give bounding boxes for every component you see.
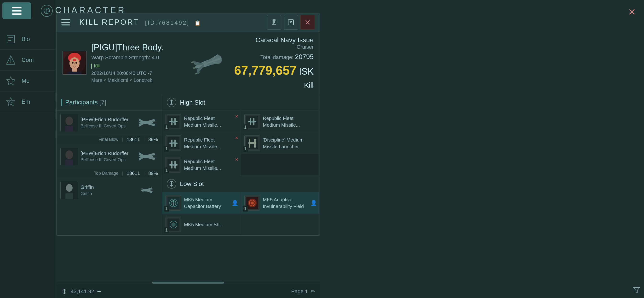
svg-point-12 [10,100,12,103]
svg-line-69 [142,188,144,189]
participant-3-ship: Griffin [80,191,131,196]
panel-menu-button[interactable] [61,16,74,29]
slot-item-4: 1 'Discipline' MediumMissile Launcher [241,132,320,154]
participant-2-stats: Top Damage | 18611 | 89% [56,169,162,178]
svg-rect-14 [273,20,275,21]
slot-2-name: Republic FleetMedium Missile... [263,115,316,128]
svg-rect-82 [253,118,254,125]
sidebar-menu-button[interactable] [2,3,31,19]
participants-count: [7] [100,99,106,106]
participants-accent [61,99,62,106]
participant-row-3[interactable]: Griffin Griffin [56,178,162,203]
participant-row-2[interactable]: [PEW]Erich Rudorffer Bellicose III Cover… [56,144,162,169]
svg-point-45 [66,117,73,125]
low-slot-3-name: MK5 Medium Shi... [184,221,237,228]
ship-image-area [170,46,246,80]
clipboard-button[interactable] [267,15,281,30]
svg-line-70 [142,191,144,192]
participants-title: Participants [7] [65,99,106,106]
low-slot-item-1: 1 MK5 MediumCapacitor Battery 👤 [162,192,241,214]
svg-point-27 [76,62,78,64]
participant-2-ship: Bellicose III Covert Ops [80,158,131,163]
slot-item-1: 1 Republic FleetMedium Missil [162,111,241,132]
bottom-currency-icon [61,288,68,295]
svg-rect-91 [249,139,250,147]
svg-point-107 [251,202,254,204]
isk-value-display: 67,779,657 ISK [246,63,314,77]
p1-damage: 18611 [127,137,140,142]
svg-point-88 [172,142,174,144]
ship-silhouette [177,46,239,80]
svg-point-26 [72,62,74,64]
kill-report-panel: KILL REPORT [ID:7681492] 📋 [56,13,320,236]
slot-5-destroy[interactable]: × [235,157,238,163]
svg-point-63 [66,184,72,192]
copy-icon[interactable]: 📋 [194,20,202,26]
participant-1-stats: Final Blow | 18611 | 89% [56,135,162,144]
low-slot-1-count: 1 [164,206,169,212]
svg-rect-95 [171,161,172,169]
svg-rect-86 [171,140,172,147]
slot-4-count: 1 [243,146,248,152]
ship-type-line: Caracal Navy Issue Cruiser [246,36,314,50]
slot-5-name: Republic FleetMedium Missile... [184,158,237,172]
sidebar-item-bio[interactable]: Bio [0,29,55,50]
participant-2-portrait [60,148,78,165]
panel-close-button[interactable] [300,15,315,30]
slot-4-name: 'Discipline' MediumMissile Launcher [263,136,316,150]
kill-report-title: KILL REPORT [79,18,139,26]
sidebar-item-employment[interactable]: Em [0,91,55,112]
hamburger-icon [12,7,22,15]
scroll-bar[interactable] [152,282,224,284]
participant-3-portrait [60,182,78,199]
character-info: [PIGU]Three Body. Warp Scramble Strength… [91,43,170,83]
ship-class: Cruiser [296,44,314,50]
participant-row-1[interactable]: [PEW]Erich Rudorffer Bellicose III Cover… [56,111,162,135]
export-button[interactable] [284,15,298,30]
sidebar-item-combat[interactable]: Com [0,50,55,71]
page-edit-icon[interactable]: ✏ [311,288,315,295]
participant-1-ship: Bellicose III Covert Ops [80,123,131,129]
bio-icon [5,33,17,45]
low-slot-label: Low Slot [180,180,204,188]
slot-item-3: 1 Republic FleetMedium Missil [162,132,241,154]
sidebar-item-medals[interactable]: Me [0,71,55,91]
svg-rect-31 [68,72,82,75]
high-slot-grid: 1 Republic FleetMedium Missil [162,111,320,176]
window-close-button[interactable]: ✕ [624,4,640,20]
bottom-bar: 43,141.92 + Page 1 ✏ [56,285,320,298]
participant-3-ship-img [134,183,158,198]
svg-marker-50 [146,123,156,126]
p2-percent: 89% [148,171,158,176]
slot-1-destroy[interactable]: × [235,113,238,119]
participant-1-portrait [60,114,78,131]
sidebar-nav: Bio Com Me [0,29,55,112]
sidebar-item-employment-label: Em [22,98,30,105]
slot-item-empty [241,154,320,176]
filter-icon[interactable] [633,286,640,295]
ship-type: Caracal Navy Issue [256,36,314,44]
svg-marker-49 [146,119,156,122]
bottom-plus-icon[interactable]: + [97,288,101,295]
low-slot-2-count: 1 [243,206,248,212]
participant-3-info: Griffin Griffin [80,184,131,196]
sidebar-item-medals-label: Me [22,77,30,84]
svg-line-19 [290,21,292,23]
svg-rect-87 [174,140,176,147]
svg-point-97 [172,164,174,166]
slot-2-count: 1 [243,124,248,130]
bottom-value: 43,141.92 + [61,288,101,295]
low-slot-header: Low Slot [162,176,320,192]
svg-marker-58 [146,153,156,156]
participants-title-text: Participants [65,99,98,106]
slot-3-destroy[interactable]: × [235,135,238,141]
damage-label: Total damage: 20795 [246,53,314,61]
kill-stats: Caracal Navy Issue Cruiser Total damage:… [246,36,314,89]
svg-rect-77 [174,118,176,125]
participant-2-info: [PEW]Erich Rudorffer Bellicose III Cover… [80,151,131,163]
sidebar-item-bio-label: Bio [22,36,30,43]
sidebar-logo [41,5,53,17]
svg-point-78 [172,121,174,123]
svg-rect-47 [66,126,73,131]
p2-stat-label: Top Damage [94,171,118,176]
